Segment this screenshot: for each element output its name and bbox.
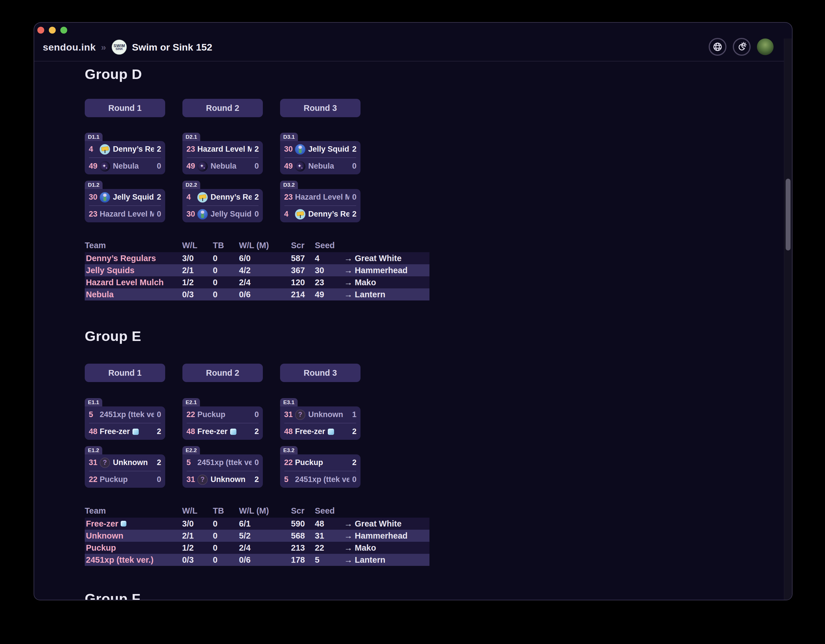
table-row: 2451xp (ttek ver.) 0/3 0 0/6 178 5 → Lan… xyxy=(85,554,429,566)
match-id-tab: D2.1 xyxy=(182,133,200,141)
match-id-tab: E3.2 xyxy=(280,446,298,454)
table-row: Unknown 2/1 0 5/2 568 31 → Hammerhead xyxy=(85,530,429,542)
team-name: 2451xp (ttek ver.) xyxy=(197,458,252,467)
match-team-row: 31 Unknown 2 xyxy=(85,454,165,471)
match-card[interactable]: D2.1 23 Hazard Level M… 2 49 Nebula 0 xyxy=(182,133,263,175)
theme-toggle-icon xyxy=(736,41,748,53)
match-team-row: 23 Hazard Level M… 0 xyxy=(85,206,165,222)
close-window-button[interactable] xyxy=(37,27,44,34)
zoom-window-button[interactable] xyxy=(60,27,67,34)
team-name-link[interactable]: Unknown xyxy=(85,531,182,541)
scr-value: 587 xyxy=(291,254,315,263)
team-seed: 30 xyxy=(284,145,295,154)
team-name-link[interactable]: 2451xp (ttek ver.) xyxy=(85,555,182,565)
team-avatar xyxy=(100,192,110,202)
destination-bracket: → Hammerhead xyxy=(344,531,429,541)
user-avatar[interactable] xyxy=(757,39,774,55)
match-card[interactable]: D3.2 23 Hazard Level M… 0 4 Denny’s Re… … xyxy=(280,181,360,222)
wl-value: 3/0 xyxy=(182,519,213,528)
match-card[interactable]: E3.1 31 Unknown 1 48 Free-zer 2 xyxy=(280,398,360,440)
team-score: 0 xyxy=(252,162,259,171)
team-seed: 23 xyxy=(89,210,100,219)
match-card[interactable]: D1.2 30 Jelly Squids 2 23 Hazard Level M… xyxy=(85,181,165,222)
column-header: Scr xyxy=(291,241,315,250)
brand-link[interactable]: sendou.ink xyxy=(43,42,96,53)
match-team-row: 22 Puckup 2 xyxy=(280,454,360,471)
wl-value: 0/3 xyxy=(182,555,213,565)
match-id-tab: D3.2 xyxy=(280,181,298,189)
match-team-row: 30 Jelly Squids 2 xyxy=(85,189,165,205)
round-3-button[interactable]: Round 3 xyxy=(280,364,360,382)
seed-value: 5 xyxy=(315,555,344,565)
team-name-link[interactable]: Jelly Squids xyxy=(85,266,182,275)
language-globe-button[interactable] xyxy=(709,38,726,56)
team-name-link[interactable]: Free-zer xyxy=(85,519,182,528)
team-seed: 5 xyxy=(89,410,100,419)
round-2-button[interactable]: Round 2 xyxy=(182,99,263,117)
team-name: 2451xp (ttek ver.) xyxy=(100,410,154,419)
match-team-row: 5 2451xp (ttek ver.) 0 xyxy=(182,454,263,471)
column-header: TB xyxy=(213,241,239,250)
round-1-button[interactable]: Round 1 xyxy=(85,99,165,117)
match-team-row: 49 Nebula 0 xyxy=(280,158,360,175)
team-name: Free-zer xyxy=(295,427,325,436)
wlm-value: 4/2 xyxy=(239,266,291,275)
scrollbar-track[interactable] xyxy=(784,39,792,600)
team-seed: 48 xyxy=(89,427,100,436)
scr-value: 214 xyxy=(291,290,315,299)
team-score: 2 xyxy=(154,427,161,436)
team-name: Free-zer xyxy=(197,427,227,436)
team-seed: 4 xyxy=(284,210,295,219)
scr-value: 120 xyxy=(291,278,315,287)
seed-value: 48 xyxy=(315,519,344,528)
match-card[interactable]: E2.2 5 2451xp (ttek ver.) 0 31 Unknown 2 xyxy=(182,446,263,488)
team-name-link[interactable]: Puckup xyxy=(85,543,182,553)
scr-value: 178 xyxy=(291,555,315,565)
team-name: Puckup xyxy=(295,458,323,467)
theme-toggle-button[interactable] xyxy=(733,38,751,56)
match-team-row: 4 Denny’s Re… 2 xyxy=(85,141,165,158)
ice-cube-icon xyxy=(230,429,236,435)
tb-value: 0 xyxy=(213,290,239,299)
wlm-value: 6/1 xyxy=(239,519,291,528)
round-3-button[interactable]: Round 3 xyxy=(280,99,360,117)
round-1-button[interactable]: Round 1 xyxy=(85,364,165,382)
match-card[interactable]: E1.2 31 Unknown 2 22 Puckup 0 xyxy=(85,446,165,488)
team-seed: 30 xyxy=(89,193,100,202)
tb-value: 0 xyxy=(213,254,239,263)
match-card[interactable]: D2.2 4 Denny’s Re… 2 30 Jelly Squids 0 xyxy=(182,181,263,222)
round-2-button[interactable]: Round 2 xyxy=(182,364,263,382)
team-seed: 49 xyxy=(187,162,197,171)
team-avatar xyxy=(295,161,305,171)
destination-bracket: → Lantern xyxy=(344,290,429,299)
standings-header-row: Team W/L TB W/L (M) Scr Seed xyxy=(85,506,429,515)
destination-bracket: → Mako xyxy=(344,543,429,553)
team-name: Unknown xyxy=(308,410,343,419)
destination-bracket: → Great White xyxy=(344,519,429,528)
team-name: Jelly Squids xyxy=(210,210,252,219)
team-name-link[interactable]: Nebula xyxy=(85,290,182,299)
match-card[interactable]: D1.1 4 Denny’s Re… 2 49 Nebula 0 xyxy=(85,133,165,175)
group-heading: Group D xyxy=(85,67,437,81)
match-card[interactable]: E1.1 5 2451xp (ttek ver.) 0 48 Free-zer … xyxy=(85,398,165,440)
tournament-logo[interactable]: SWIM SINK xyxy=(112,40,127,54)
wl-value: 3/0 xyxy=(182,254,213,263)
scrollbar-thumb[interactable] xyxy=(786,179,791,250)
match-card[interactable]: E3.2 22 Puckup 2 5 2451xp (ttek ver.) 0 xyxy=(280,446,360,488)
column-header: Scr xyxy=(291,506,315,516)
team-score: 0 xyxy=(252,458,259,467)
team-seed: 48 xyxy=(284,427,295,436)
team-score: 0 xyxy=(349,193,357,202)
minimize-window-button[interactable] xyxy=(49,27,56,34)
match-team-row: 4 Denny’s Re… 2 xyxy=(280,206,360,222)
match-card[interactable]: D3.1 30 Jelly Squids 2 49 Nebula 0 xyxy=(280,133,360,175)
match-team-row: 4 Denny’s Re… 2 xyxy=(182,189,263,205)
match-card[interactable]: E2.1 22 Puckup 0 48 Free-zer 2 xyxy=(182,398,263,440)
team-avatar xyxy=(100,161,110,171)
seed-value: 23 xyxy=(315,278,344,287)
match-id-tab: E2.2 xyxy=(182,446,200,454)
tournament-title-link[interactable]: Swim or Sink 152 xyxy=(132,42,212,53)
team-name-link[interactable]: Denny’s Regulars xyxy=(85,254,182,263)
team-name-link[interactable]: Hazard Level Mulch xyxy=(85,278,182,287)
table-row: Puckup 1/2 0 2/4 213 22 → Mako xyxy=(85,542,429,554)
